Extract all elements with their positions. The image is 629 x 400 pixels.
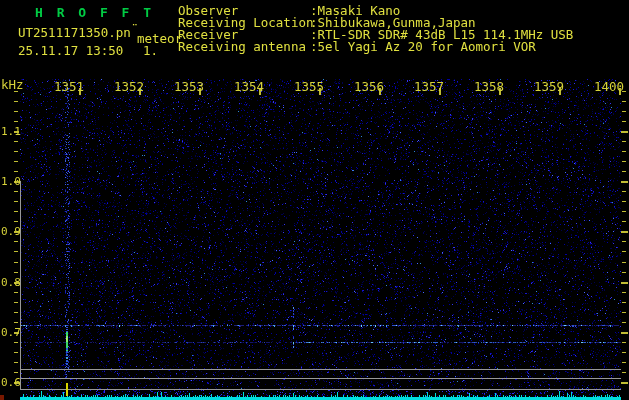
x-axis-label-1359: 1359 [532, 80, 564, 93]
y-axis-label-0.6: 0.6 [1, 377, 21, 388]
y-axis-label-1.1: 1.1 [1, 126, 21, 137]
datetime: 25.11.17 13:50 [18, 44, 123, 57]
spectrogram-canvas [0, 0, 629, 400]
y-axis-label-1.0: 1.0 [1, 176, 21, 187]
x-axis-label-1355: 1355 [292, 80, 324, 93]
frame-counter: 1. [143, 44, 158, 57]
y-axis-label-0.8: 0.8 [1, 277, 21, 288]
info-row-receiving-antenna: Receiving antenna:5el Yagi Az 20 for Aom… [178, 40, 573, 52]
x-axis-label-1354: 1354 [232, 80, 264, 93]
y-axis-label-0.9: 0.9 [1, 226, 21, 237]
y-axis-label-0.7: 0.7 [1, 327, 21, 338]
x-axis-label-1351: 1351 [52, 80, 84, 93]
x-axis-label-1357: 1357 [412, 80, 444, 93]
x-axis-label-1400: 1400 [592, 80, 624, 93]
filename: UT2511171350.pn [18, 26, 131, 39]
info-label-receiving-antenna: Receiving antenna [178, 41, 310, 53]
hrofft-screen: H R O F F T UT2511171350.pn ¨ meteor 25.… [0, 0, 629, 400]
x-axis-label-1358: 1358 [472, 80, 504, 93]
x-axis-label-1352: 1352 [112, 80, 144, 93]
x-axis-label-1353: 1353 [172, 80, 204, 93]
app-title: H R O F F T [35, 6, 154, 19]
x-axis-label-1356: 1356 [352, 80, 384, 93]
info-value-receiving-antenna: :5el Yagi Az 20 for Aomori VOR [310, 39, 536, 54]
info-panel: Observer:Masaki KanoReceiving Location:S… [178, 4, 573, 52]
y-axis-unit-label: kHz [1, 78, 24, 91]
